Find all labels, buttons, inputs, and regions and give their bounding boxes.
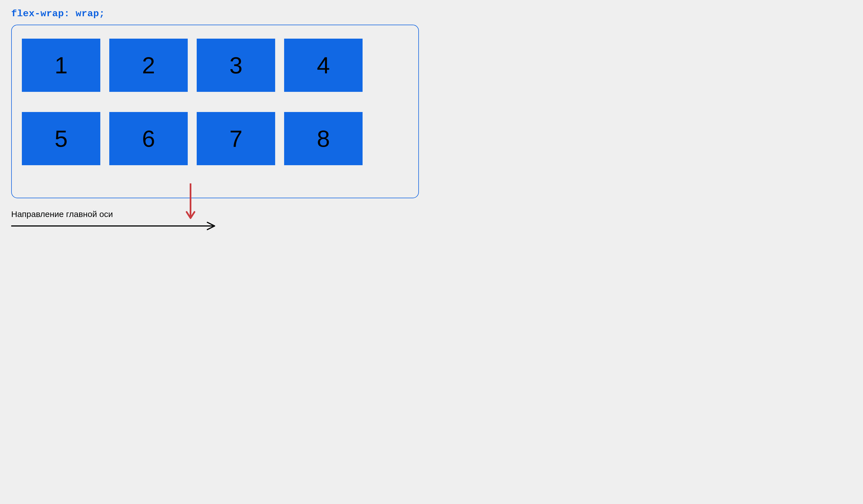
flex-item: 1 — [22, 39, 100, 92]
flex-item: 2 — [109, 39, 188, 92]
main-axis-label: Направление главной оси — [11, 209, 420, 219]
flex-item: 3 — [197, 39, 275, 92]
flex-item: 6 — [109, 112, 188, 165]
code-heading: flex-wrap: wrap; — [11, 9, 420, 19]
flex-item: 5 — [22, 112, 100, 165]
main-axis-block: Направление главной оси — [11, 209, 420, 232]
flex-item: 8 — [284, 112, 363, 165]
flex-item: 7 — [197, 112, 275, 165]
flex-wrap-box: 1 2 3 4 5 6 7 8 — [22, 39, 366, 165]
flex-container: 1 2 3 4 5 6 7 8 — [11, 25, 419, 198]
main-axis-arrow-icon — [11, 221, 216, 231]
flex-item: 4 — [284, 39, 363, 92]
